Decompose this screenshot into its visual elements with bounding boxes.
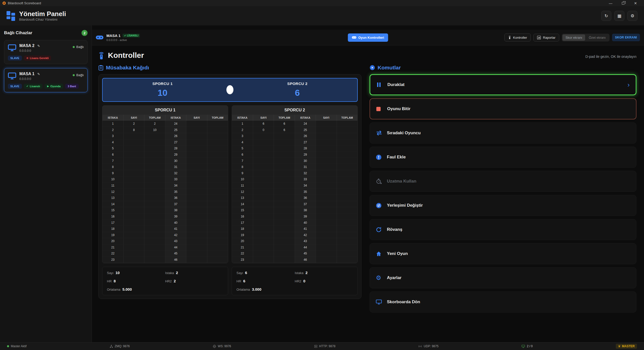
table-row: 15 38 bbox=[232, 207, 357, 213]
app-logo-icon bbox=[7, 11, 15, 21]
play-circle-icon bbox=[370, 65, 375, 70]
column-header: SAYI bbox=[316, 115, 337, 121]
stat-item: HR2 0 bbox=[295, 279, 353, 283]
remote-icon bbox=[98, 51, 104, 59]
table-row: 21 44 bbox=[102, 244, 228, 251]
command-button[interactable]: Faul Ekle bbox=[370, 147, 636, 168]
refresh-icon: ↻ bbox=[605, 13, 608, 19]
column-header: ISTAKA bbox=[295, 115, 315, 121]
stat-item: Istaka 2 bbox=[165, 271, 224, 275]
toggle-summary-screen[interactable]: Özet ekranı bbox=[586, 34, 609, 41]
restore-icon[interactable] bbox=[622, 2, 624, 5]
command-label: Oyunu Bitir bbox=[387, 106, 411, 111]
page-subtitle: Bilardosoft Cihaz Yönetimi bbox=[19, 18, 66, 21]
command-button[interactable]: Oyunu Bitir bbox=[370, 98, 636, 119]
player1-score: 10 bbox=[103, 88, 222, 98]
rematch-icon bbox=[376, 227, 383, 233]
toggle-score-screen[interactable]: Skor ekranı bbox=[562, 34, 585, 41]
command-button[interactable]: Sıradaki Oyuncu bbox=[370, 122, 636, 144]
scoresheet-section: Müsabaka Kağıdı SPORCU 1 10 SPORCU 2 6 bbox=[98, 65, 361, 350]
command-label: Yeni Oyun bbox=[387, 251, 408, 256]
command-button[interactable]: Duraklat› bbox=[370, 74, 636, 95]
play-icon: ▶ bbox=[47, 85, 49, 88]
table-row: 19 42 bbox=[102, 232, 228, 238]
column-header: TOPLAM bbox=[337, 115, 357, 121]
edit-pencil-icon[interactable]: ✎ bbox=[37, 44, 40, 48]
device-card[interactable]: MASA 1 ✎ 0.0.0.0:0 Bağlı SLAVE✔Lisanslı▶… bbox=[4, 68, 88, 92]
status-badge: 3 Bant bbox=[65, 84, 79, 89]
app-icon bbox=[3, 2, 6, 5]
table-header-row: ISTAKASAYITOPLAMISTAKASAYITOPLAM bbox=[232, 115, 357, 121]
stat-item: Sayı 10 bbox=[107, 271, 165, 275]
column-header: TOPLAM bbox=[274, 115, 295, 121]
command-button[interactable]: ⚙Ayarlar bbox=[370, 267, 636, 288]
stat-item: Istaka 2 bbox=[295, 271, 353, 275]
command-label: Yerleşimi Değiştir bbox=[387, 203, 423, 208]
ws-status: WS: 9976 bbox=[213, 344, 231, 348]
commands-title: Komutlar bbox=[378, 65, 401, 71]
device-address: 0.0.0.0:0 bbox=[19, 77, 40, 81]
stat-item: HR 6 bbox=[236, 279, 295, 283]
building-button[interactable]: ▦ bbox=[614, 11, 624, 21]
table-row: 16 39 bbox=[102, 213, 228, 220]
table-row: 5 28 bbox=[102, 145, 228, 152]
close-icon[interactable]: ✕ bbox=[634, 2, 637, 5]
table-row: 6 29 bbox=[102, 152, 228, 158]
command-label: Sıradaki Oyuncu bbox=[387, 130, 421, 136]
command-button[interactable]: Rövanş bbox=[370, 219, 636, 240]
table-player-title: SPORCU 2 bbox=[232, 106, 357, 115]
gamepad-icon bbox=[96, 35, 103, 40]
edit-pencil-icon[interactable]: ✎ bbox=[37, 72, 40, 76]
refresh-button[interactable]: ↻ bbox=[601, 11, 611, 21]
device-name: MASA 1 ✎ bbox=[19, 72, 40, 76]
command-label: Uzatma Kullan bbox=[387, 179, 416, 184]
innings-tables: SPORCU 1ISTAKASAYITOPLAMISTAKASAYITOPLAM… bbox=[102, 105, 358, 263]
home-icon bbox=[376, 251, 383, 257]
table-row: 3 26 bbox=[102, 133, 228, 139]
reports-button[interactable]: Raporlar bbox=[533, 34, 559, 41]
column-header: ISTAKA bbox=[165, 115, 186, 121]
command-button[interactable]: Uzatma Kullan bbox=[370, 171, 636, 192]
sitemap-icon bbox=[110, 345, 113, 348]
device-counter: 2 / 0 bbox=[521, 344, 533, 348]
monitor-icon bbox=[376, 299, 383, 305]
main-area: MASA 1 ✔ LİSANSLI 0.0.0.0:0 - active bbox=[92, 25, 644, 350]
shield-check-icon: ✔ bbox=[124, 34, 126, 37]
device-name: MASA 2 ✎ bbox=[19, 43, 40, 48]
command-button[interactable]: Yerleşimi Değiştir bbox=[370, 195, 636, 216]
controller-title: Kontroller bbox=[108, 51, 144, 60]
table-row: 14 37 bbox=[232, 201, 357, 207]
green-dot-icon bbox=[7, 345, 9, 347]
status-badge: ⊘Lisans Gerekli bbox=[24, 56, 51, 61]
globe-icon bbox=[213, 345, 216, 348]
player-summary: Sayı 6Istaka 2HR 6HR2 0Ortalama 3.000 bbox=[232, 267, 358, 295]
innings-table: SPORCU 2ISTAKASAYITOPLAMISTAKASAYITOPLAM… bbox=[232, 105, 358, 263]
game-controls-button[interactable]: Oyun Kontrolleri bbox=[348, 33, 388, 42]
table-row: 11 34 bbox=[232, 183, 357, 189]
controller-tab-button[interactable]: Kontroller bbox=[504, 33, 531, 41]
http-status: HTTP: 9878 bbox=[314, 344, 336, 348]
command-button[interactable]: Skorboarda Dön bbox=[370, 291, 636, 313]
swap-arrows-icon bbox=[376, 130, 383, 136]
settings-button[interactable]: ⚙ bbox=[627, 11, 637, 21]
player-summary: Sayı 10Istaka 2HR 8HR2 2Ortalama 5.000 bbox=[102, 267, 228, 295]
table-row: 22 45 bbox=[102, 250, 228, 257]
player2-score: 6 bbox=[237, 88, 357, 98]
table-row: 17 40 bbox=[102, 220, 228, 226]
controller-header: Kontroller D-pad ile gezin, OK ile onayl… bbox=[92, 46, 644, 60]
command-label: Faul Ekle bbox=[387, 155, 406, 160]
minimize-icon[interactable]: — bbox=[609, 2, 612, 5]
pause-icon bbox=[376, 82, 384, 88]
command-button[interactable]: Yeni Oyun bbox=[370, 243, 636, 264]
table-row: 22 45 bbox=[232, 250, 357, 257]
alert-circle-icon bbox=[376, 154, 383, 160]
window-titlebar: Bilardosoft Scoreboard — ✕ bbox=[0, 0, 644, 6]
command-label: Rövanş bbox=[387, 227, 402, 232]
monitor-icon bbox=[8, 72, 16, 79]
stat-item: Ortalama 5.000 bbox=[107, 287, 165, 291]
table-row: 20 43 bbox=[102, 238, 228, 244]
command-label: Skorboarda Dön bbox=[387, 299, 420, 304]
table-row: 18 41 bbox=[232, 226, 357, 232]
device-card[interactable]: MASA 2 ✎ 0.0.0.0:0 Bağlı SLAVE⊘Lisans Ge… bbox=[4, 40, 88, 64]
stat-item: Sayı 6 bbox=[236, 271, 295, 275]
